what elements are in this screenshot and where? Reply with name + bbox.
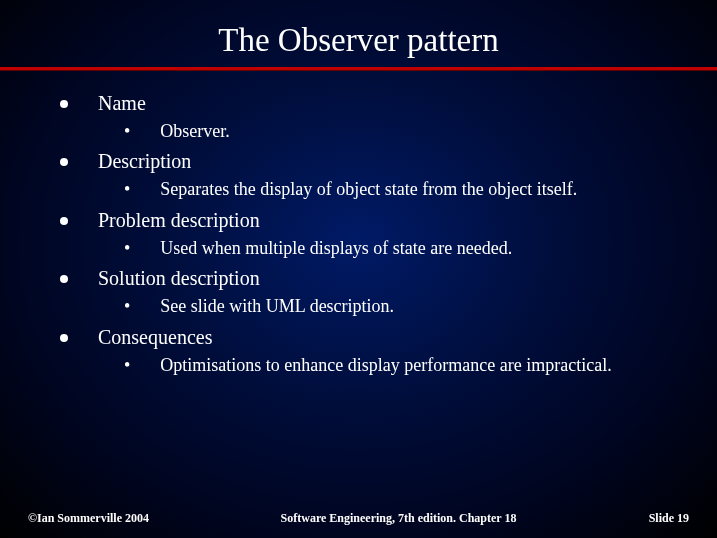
list-subitem: • Observer. <box>124 120 677 143</box>
subbullet-icon: • <box>124 120 130 143</box>
slide-footer: ©Ian Sommerville 2004 Software Engineeri… <box>0 511 717 526</box>
subitem-text: Separates the display of object state fr… <box>160 178 577 201</box>
list-item: Consequences <box>60 325 677 350</box>
item-label: Name <box>98 91 146 116</box>
list-subitem: • Used when multiple displays of state a… <box>124 237 677 260</box>
list-item: Description <box>60 149 677 174</box>
subbullet-icon: • <box>124 178 130 201</box>
list-subitem: • Separates the display of object state … <box>124 178 677 201</box>
list-item: Solution description <box>60 266 677 291</box>
item-label: Consequences <box>98 325 212 350</box>
slide-content: Name • Observer. Description • Separates… <box>0 71 717 377</box>
list-item: Problem description <box>60 208 677 233</box>
bullet-icon <box>60 100 68 108</box>
footer-slide-number: Slide 19 <box>599 511 689 526</box>
subbullet-icon: • <box>124 354 130 377</box>
footer-copyright: ©Ian Sommerville 2004 <box>28 511 198 526</box>
list-subitem: • See slide with UML description. <box>124 295 677 318</box>
bullet-icon <box>60 275 68 283</box>
subitem-text: Observer. <box>160 120 229 143</box>
subbullet-icon: • <box>124 295 130 318</box>
item-label: Problem description <box>98 208 260 233</box>
bullet-icon <box>60 334 68 342</box>
item-label: Solution description <box>98 266 260 291</box>
subbullet-icon: • <box>124 237 130 260</box>
bullet-icon <box>60 158 68 166</box>
slide-title: The Observer pattern <box>0 0 717 67</box>
list-item: Name <box>60 91 677 116</box>
list-subitem: • Optimisations to enhance display perfo… <box>124 354 677 377</box>
subitem-text: Optimisations to enhance display perform… <box>160 354 611 377</box>
bullet-icon <box>60 217 68 225</box>
footer-title: Software Engineering, 7th edition. Chapt… <box>198 511 599 526</box>
subitem-text: See slide with UML description. <box>160 295 394 318</box>
subitem-text: Used when multiple displays of state are… <box>160 237 512 260</box>
item-label: Description <box>98 149 191 174</box>
